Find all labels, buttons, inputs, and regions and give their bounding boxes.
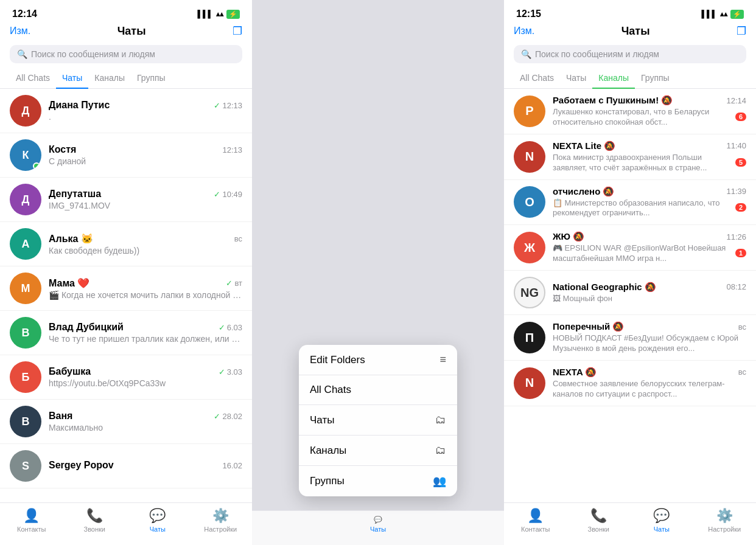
chat-preview: С дианой — [49, 156, 242, 166]
bottom-tab-icon: 💬 — [653, 508, 670, 524]
avatar: Д — [10, 95, 41, 127]
chat-name: Ваня — [49, 411, 72, 422]
left-header: Изм. Чаты ❐ — [0, 22, 252, 43]
left-chat-list: ДДиана Путис✓12:13.ККостя12:13С дианойДД… — [0, 89, 252, 502]
right-search-bar[interactable]: 🔍 Поиск по сообщениям и людям — [514, 45, 746, 63]
chat-item[interactable]: ААлька 🐱всКак свободен будешь)) — [0, 222, 252, 266]
overlay-item-label: Edit Folders — [310, 354, 365, 366]
chat-preview: Максимально — [49, 423, 242, 432]
chat-info: Мама ❤️✓вт🎬 Когда не хочется мочить лапк… — [49, 277, 242, 300]
check-mark: ✓ — [219, 367, 225, 377]
left-compose-button[interactable]: ❐ — [233, 24, 242, 38]
left-status-icons: ▌▌▌ ▴▴ ⚡ — [197, 10, 240, 19]
overlay-menu: Edit Folders≡All ChatsЧаты🗂Каналы🗂Группы… — [299, 345, 457, 496]
chat-item[interactable]: ДДепутатша✓10:49IMG_9741.MOV — [0, 178, 252, 222]
right-bottom-tab-настройки[interactable]: ⚙️Настройки — [693, 508, 757, 533]
channel-time: вс — [738, 367, 746, 377]
channel-item[interactable]: NNEXTA 🔕всСовместное заявление белорусск… — [504, 361, 756, 406]
left-search-bar[interactable]: 🔍 Поиск по сообщениям и людям — [10, 45, 242, 63]
overlay-item-label: All Chats — [310, 384, 351, 396]
left-tabs: All Chats Чаты Каналы Группы — [0, 68, 252, 89]
check-mark: ✓ — [226, 279, 233, 288]
chat-info: Депутатша✓10:49IMG_9741.MOV — [49, 189, 242, 210]
middle-chats-tab[interactable]: 💬 Чаты — [370, 516, 386, 533]
overlay-item-label: Группы — [310, 475, 345, 487]
bottom-tab-чаты[interactable]: 💬Чаты — [126, 508, 189, 533]
overlay-item-icon: ≡ — [439, 353, 446, 366]
right-status-bar: 12:15 ▌▌▌ ▴▴ ⚡ — [504, 0, 756, 22]
unread-badge: 2 — [735, 203, 746, 212]
right-panel: 12:15 ▌▌▌ ▴▴ ⚡ Изм. Чаты ❐ 🔍 Поиск по со… — [504, 0, 756, 545]
right-bottom-bar: 👤Контакты📞Звонки💬Чаты⚙️Настройки — [504, 502, 756, 545]
avatar: Б — [10, 361, 41, 393]
chat-item[interactable]: ММама ❤️✓вт🎬 Когда не хочется мочить лап… — [0, 266, 252, 311]
chat-item[interactable]: ВВаня✓28.02Максимально — [0, 400, 252, 444]
chat-item[interactable]: ККостя12:13С дианой — [0, 133, 252, 178]
channel-item[interactable]: NGNational Geographic 🔕08:12🖼 Мощный фон — [504, 271, 756, 315]
overlay-item-icon: 🗂 — [435, 444, 446, 457]
chat-time: ✓6.03 — [219, 323, 242, 332]
channel-preview: Пока министр здравоохранения Польши заяв… — [553, 153, 730, 173]
left-bottom-bar: 👤Контакты📞Звонки💬Чаты⚙️Настройки — [0, 502, 252, 545]
right-bottom-tab-звонки[interactable]: 📞Звонки — [567, 508, 631, 533]
chat-item[interactable]: ДДиана Путис✓12:13. — [0, 89, 252, 133]
right-battery-icon: ⚡ — [730, 10, 744, 19]
chat-preview: . — [49, 112, 242, 122]
tab-channels-left[interactable]: Каналы — [88, 68, 131, 89]
middle-chats-icon: 💬 — [374, 516, 382, 524]
bottom-tab-icon: 📞 — [590, 508, 607, 524]
middle-panel: Edit Folders≡All ChatsЧаты🗂Каналы🗂Группы… — [252, 0, 504, 545]
tab-groups-right[interactable]: Группы — [635, 68, 676, 89]
channel-item[interactable]: РРаботаем с Пушкиным! 🔕12:14Лукашенко ко… — [504, 89, 756, 134]
channel-item[interactable]: Оотчислено 🔕11:39📋 Министерство образова… — [504, 180, 756, 226]
bottom-tab-звонки[interactable]: 📞Звонки — [63, 508, 127, 533]
right-channel-list: РРаботаем с Пушкиным! 🔕12:14Лукашенко ко… — [504, 89, 756, 502]
battery-icon: ⚡ — [226, 10, 240, 19]
channel-name: NEXTA Lite 🔕 — [553, 141, 615, 151]
tab-channels-right[interactable]: Каналы — [592, 68, 635, 89]
right-compose-button[interactable]: ❐ — [737, 24, 746, 38]
channel-item[interactable]: ЖЖЮ 🔕11:26🎮 EPSILION WAR @EpsilionWarBot… — [504, 225, 756, 271]
channel-name: National Geographic 🔕 — [553, 282, 656, 293]
channel-item[interactable]: NNEXTA Lite 🔕11:40Пока министр здравоохр… — [504, 134, 756, 180]
bottom-tab-label: Контакты — [17, 526, 46, 533]
overlay-menu-item[interactable]: All Chats — [299, 375, 457, 405]
left-edit-button[interactable]: Изм. — [10, 26, 30, 36]
chat-item[interactable]: ВВлад Дубицкий✓6.03Че то тут не пришел т… — [0, 311, 252, 355]
tab-groups-left[interactable]: Группы — [131, 68, 172, 89]
chat-preview: IMG_9741.MOV — [49, 201, 242, 210]
left-status-bar: 12:14 ▌▌▌ ▴▴ ⚡ — [0, 0, 252, 22]
bottom-tab-label: Звонки — [587, 526, 609, 533]
chat-item[interactable]: ББабушка✓3.03https://youtu.be/OtXq9PCa33… — [0, 355, 252, 400]
channel-time: 11:39 — [726, 187, 746, 196]
overlay-menu-item[interactable]: Каналы🗂 — [299, 436, 457, 466]
chat-time: ✓вт — [226, 279, 242, 288]
right-bottom-tab-чаты[interactable]: 💬Чаты — [630, 508, 693, 533]
bottom-tab-label: Чаты — [150, 526, 166, 533]
tab-all-chats-right[interactable]: All Chats — [514, 68, 560, 89]
unread-badge: 5 — [735, 158, 746, 167]
chat-info: Влад Дубицкий✓6.03Че то тут не пришел тр… — [49, 322, 242, 344]
bottom-tab-настройки[interactable]: ⚙️Настройки — [189, 508, 253, 533]
tab-all-chats-left[interactable]: All Chats — [10, 68, 56, 89]
channel-item[interactable]: ППоперечный 🔕всНОВЫЙ ПОДКАСТ #БезДуши! О… — [504, 315, 756, 361]
bottom-tab-контакты[interactable]: 👤Контакты — [0, 508, 63, 533]
right-header: Изм. Чаты ❐ — [504, 22, 756, 43]
channel-preview: 📋 Министерство образования написало, что… — [553, 198, 730, 219]
overlay-menu-item[interactable]: Edit Folders≡ — [299, 345, 457, 375]
bottom-tab-icon: 👤 — [527, 508, 544, 524]
overlay-menu-item[interactable]: Группы👥 — [299, 466, 457, 496]
chat-item[interactable]: SSergey Popov16.02 — [0, 444, 252, 488]
chat-name: Влад Дубицкий — [49, 322, 124, 333]
right-bottom-tab-контакты[interactable]: 👤Контакты — [504, 508, 567, 533]
chat-time: вс — [234, 234, 242, 243]
tab-chats-left[interactable]: Чаты — [56, 68, 88, 89]
channel-time: 12:14 — [726, 96, 746, 105]
bottom-tab-label: Чаты — [654, 526, 670, 533]
right-edit-button[interactable]: Изм. — [514, 26, 534, 36]
chat-name: Диана Путис — [49, 100, 110, 111]
overlay-menu-item[interactable]: Чаты🗂 — [299, 405, 457, 436]
tab-chats-right[interactable]: Чаты — [560, 68, 592, 89]
channel-name: Работаем с Пушкиным! 🔕 — [553, 95, 673, 106]
channel-avatar: NG — [514, 277, 545, 308]
